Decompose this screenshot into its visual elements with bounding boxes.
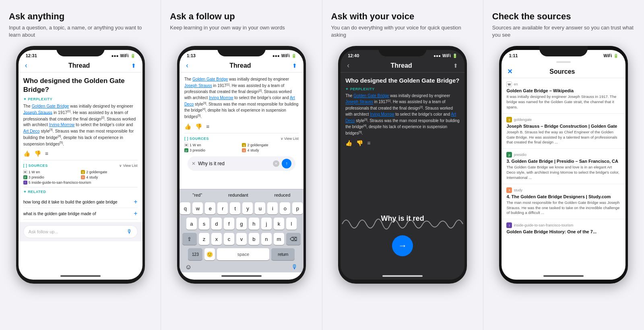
send-icon-2[interactable]: ↑ bbox=[282, 159, 291, 168]
key-d[interactable]: d bbox=[211, 218, 222, 230]
key-emoji[interactable]: 🙂 bbox=[204, 248, 215, 260]
key-f[interactable]: f bbox=[224, 218, 234, 230]
source-1-gg: g 2 goldengate bbox=[81, 170, 138, 174]
screen-1: 12:31 ●●● WiFi 🔋 ‹ Thread ⬆ Who designed… bbox=[19, 50, 142, 280]
close-sources-button[interactable]: ✕ bbox=[507, 68, 512, 75]
back-button-3[interactable]: ‹ bbox=[346, 61, 350, 70]
key-m[interactable]: m bbox=[274, 233, 284, 245]
follow-up-bar-1: Ask follow up... 🎙 bbox=[19, 222, 142, 241]
view-list-1[interactable]: ∨ View List bbox=[119, 164, 137, 168]
time-4: 1:11 bbox=[509, 53, 518, 58]
key-v[interactable]: v bbox=[236, 233, 247, 245]
mic-icon-1[interactable]: 🎙 bbox=[127, 228, 132, 235]
question-1: Who designed the Golden Gate Bridge? bbox=[23, 77, 138, 94]
key-u[interactable]: u bbox=[255, 202, 265, 214]
wiki-favicon: W bbox=[23, 170, 27, 174]
plus-icon-1[interactable]: + bbox=[134, 198, 137, 205]
answer-text-1: The Golden Gate Bridge was initially des… bbox=[23, 103, 138, 147]
key-l[interactable]: l bbox=[286, 218, 297, 230]
key-nums[interactable]: 123 bbox=[188, 248, 202, 260]
related-item-2[interactable]: what is the golden gate bridge made of + bbox=[23, 208, 138, 220]
share-button-1[interactable]: ⬆ bbox=[130, 62, 137, 69]
suggestion-3[interactable]: reduced bbox=[271, 192, 294, 198]
time-2: 1:13 bbox=[187, 53, 196, 58]
share-button-3[interactable]: ⬆ bbox=[452, 62, 459, 69]
related-label-1: ✦ RELATED bbox=[23, 190, 138, 194]
thumbs-down-2[interactable]: 👎 bbox=[195, 123, 202, 130]
key-q[interactable]: q bbox=[180, 202, 190, 214]
thumbs-up-2[interactable]: 👍 bbox=[184, 123, 191, 130]
source-card-2: g goldengate Joseph Strauss – Bridge Con… bbox=[502, 114, 625, 149]
plus-icon-2[interactable]: + bbox=[134, 210, 137, 217]
suggestion-1[interactable]: "red" bbox=[189, 192, 205, 198]
key-x[interactable]: x bbox=[211, 233, 222, 245]
time-1: 12:31 bbox=[26, 53, 37, 58]
battery-icon: 🔋 bbox=[130, 54, 135, 58]
source-site-1: en bbox=[514, 82, 518, 86]
key-a[interactable]: a bbox=[186, 218, 197, 230]
keyboard-row-3: ⇧ z x c v b n m ⌫ bbox=[180, 231, 303, 247]
follow-up-input-1[interactable]: Ask follow up... 🎙 bbox=[23, 225, 138, 238]
search-text-2[interactable]: Why is it red bbox=[198, 161, 270, 166]
notch-3 bbox=[378, 46, 427, 56]
sheet-handle bbox=[556, 61, 571, 63]
key-w[interactable]: w bbox=[192, 202, 203, 214]
key-i[interactable]: i bbox=[267, 202, 278, 214]
key-y[interactable]: y bbox=[242, 202, 253, 214]
key-c[interactable]: c bbox=[224, 233, 234, 245]
handle-bar bbox=[502, 60, 625, 64]
source-favicon-tourism2: i bbox=[506, 222, 512, 228]
key-return[interactable]: return bbox=[271, 248, 295, 260]
key-e[interactable]: e bbox=[205, 202, 215, 214]
key-o[interactable]: o bbox=[280, 202, 290, 214]
thumbs-up-icon-1[interactable]: 👍 bbox=[23, 150, 30, 157]
key-k[interactable]: k bbox=[274, 218, 284, 230]
share-button-2[interactable]: ⬆ bbox=[291, 62, 298, 69]
key-s[interactable]: s bbox=[199, 218, 209, 230]
thumbs-down-3[interactable]: 👎 bbox=[356, 140, 363, 146]
thumbs-down-icon-1[interactable]: 👎 bbox=[34, 150, 41, 157]
notch-1 bbox=[56, 46, 105, 56]
key-t[interactable]: t bbox=[230, 202, 240, 214]
mic-keyboard-icon[interactable]: 🎙 bbox=[291, 264, 298, 271]
source-title-4: 4. The Golden Gate Bridge Designers | St… bbox=[506, 194, 621, 199]
key-g[interactable]: g bbox=[236, 218, 247, 230]
clear-icon-2[interactable]: ✕ bbox=[273, 160, 279, 167]
list-3[interactable]: ≡ bbox=[367, 140, 370, 146]
close-search-icon[interactable]: ✕ bbox=[192, 161, 196, 166]
voice-send-button[interactable]: → bbox=[392, 235, 413, 256]
list-icon-1[interactable]: ≡ bbox=[45, 150, 48, 157]
back-button-1[interactable]: ‹ bbox=[24, 61, 28, 70]
source-1-wiki: W 1 W en bbox=[23, 170, 80, 174]
content-1: Who designed the Golden Gate Bridge? ✦ P… bbox=[19, 73, 142, 272]
panel-title-4: Check the sources bbox=[492, 11, 571, 22]
action-row-1: 👍 👎 ≡ bbox=[23, 150, 138, 157]
thumbs-up-3[interactable]: 👍 bbox=[345, 140, 352, 146]
key-p[interactable]: p bbox=[292, 202, 303, 214]
status-icons-4: WiFi 🔋 bbox=[603, 54, 618, 58]
key-r[interactable]: r bbox=[217, 202, 228, 214]
emoji-bar-icon: ☺ bbox=[185, 264, 192, 271]
related-item-1[interactable]: how long did it take to build the golden… bbox=[23, 196, 138, 208]
key-h[interactable]: h bbox=[249, 218, 259, 230]
list-2[interactable]: ≡ bbox=[206, 123, 209, 130]
back-button-2[interactable]: ‹ bbox=[185, 61, 189, 70]
keyboard-bottom: ☺ 🎙 bbox=[180, 262, 303, 272]
key-n[interactable]: n bbox=[261, 233, 272, 245]
key-space[interactable]: space bbox=[217, 248, 269, 260]
source-card-header-4: s study bbox=[506, 187, 621, 193]
panel-subtitle-1: Input a question, a topic, a name, or an… bbox=[9, 24, 152, 39]
suggestion-2[interactable]: redundant bbox=[225, 192, 252, 198]
panel-title-3: Ask with your voice bbox=[331, 11, 415, 22]
search-bar-container-2[interactable]: ✕ Why is it red ✕ ↑ bbox=[188, 156, 295, 171]
key-shift[interactable]: ⇧ bbox=[182, 233, 197, 245]
key-b[interactable]: b bbox=[249, 233, 259, 245]
key-j[interactable]: j bbox=[261, 218, 272, 230]
sources-label-2: [ ] SOURCES bbox=[184, 137, 209, 141]
nav-bar-2: ‹ Thread ⬆ bbox=[180, 60, 303, 73]
notch-2 bbox=[217, 46, 266, 56]
key-backspace[interactable]: ⌫ bbox=[286, 233, 301, 245]
key-z[interactable]: z bbox=[199, 233, 209, 245]
view-list-2[interactable]: ∨ View List bbox=[281, 137, 299, 141]
source-site-4: study bbox=[514, 188, 522, 192]
